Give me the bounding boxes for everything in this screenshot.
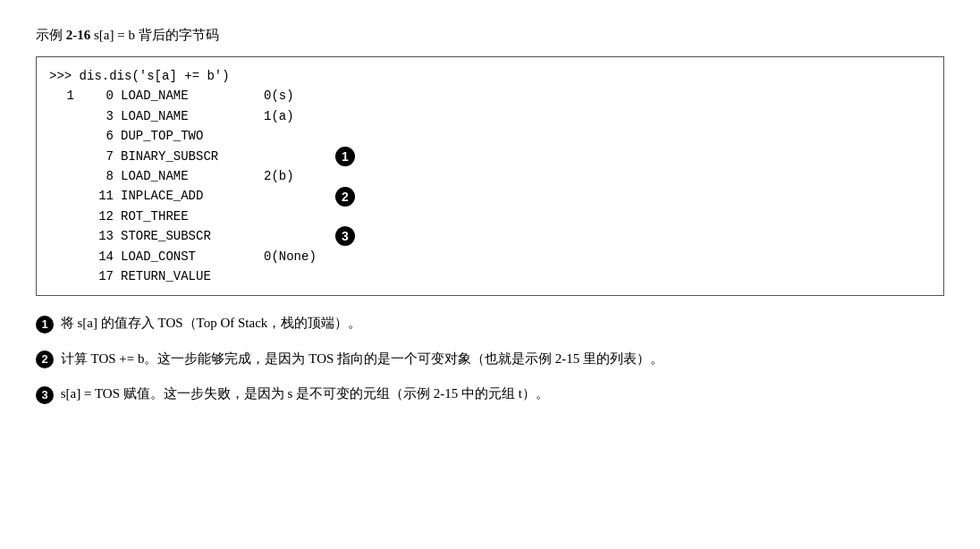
- offset: 14: [81, 247, 114, 266]
- line-number: 1: [49, 86, 74, 106]
- code-instruction: 11INPLACE_ADD2: [49, 186, 931, 206]
- offset: 12: [81, 207, 114, 226]
- opname: DUP_TOP_TWO: [121, 126, 264, 146]
- para-anno-badge: 3: [36, 386, 54, 404]
- code-instruction: 12ROT_THREE: [49, 207, 931, 226]
- code-instruction: 14LOAD_CONST0(None): [49, 247, 931, 266]
- title-text: s[a] = b 背后的字节码: [94, 28, 219, 42]
- offset: 11: [81, 186, 114, 206]
- code-instruction: 8LOAD_NAME2(b): [49, 166, 931, 186]
- instructions-list: 10LOAD_NAME0(s)3LOAD_NAME1(a)6DUP_TOP_TW…: [49, 86, 931, 286]
- para-text: 将 s[a] 的值存入 TOS（Top Of Stack，栈的顶端）。: [57, 316, 361, 330]
- offset: 0: [81, 86, 114, 106]
- annotation-badge: 2: [335, 187, 355, 207]
- offset: 13: [81, 226, 114, 246]
- offset: 6: [81, 126, 114, 146]
- annotation-badge: 3: [335, 226, 355, 246]
- prompt-text: >>> dis.dis('s[a] += b'): [49, 66, 230, 86]
- code-instruction: 7BINARY_SUBSCR1: [49, 147, 931, 166]
- oparg: 0(None): [264, 247, 335, 266]
- offset: 3: [81, 106, 114, 126]
- para-text: s[a] = TOS 赋值。这一步失败，是因为 s 是不可变的元组（示例 2-1…: [57, 386, 549, 401]
- oparg: 0(s): [264, 86, 335, 106]
- opname: LOAD_CONST: [121, 247, 264, 266]
- code-instruction: 17RETURN_VALUE: [49, 266, 931, 286]
- oparg: 1(a): [264, 106, 335, 126]
- offset: 7: [81, 147, 114, 166]
- section-title: 示例 2-16 s[a] = b 背后的字节码: [36, 27, 944, 44]
- para-anno-badge: 2: [36, 351, 54, 368]
- opname: BINARY_SUBSCR: [121, 147, 264, 166]
- opname: LOAD_NAME: [121, 166, 264, 186]
- title-prefix: 示例: [36, 28, 66, 42]
- code-instruction: 10LOAD_NAME0(s): [49, 86, 931, 106]
- offset: 8: [81, 166, 114, 186]
- opname: RETURN_VALUE: [121, 266, 264, 286]
- code-instruction: 3LOAD_NAME1(a): [49, 106, 931, 126]
- oparg: 2(b): [264, 166, 335, 186]
- annotation-paragraph: 1 将 s[a] 的值存入 TOS（Top Of Stack，栈的顶端）。: [36, 312, 944, 335]
- code-block: >>> dis.dis('s[a] += b') 10LOAD_NAME0(s)…: [36, 56, 944, 296]
- title-number: 2-16: [66, 28, 91, 42]
- page-container: 示例 2-16 s[a] = b 背后的字节码 >>> dis.dis('s[a…: [36, 27, 944, 406]
- code-prompt: >>> dis.dis('s[a] += b'): [49, 66, 931, 86]
- opname: INPLACE_ADD: [121, 186, 264, 206]
- opname: LOAD_NAME: [121, 86, 264, 106]
- para-anno-badge: 1: [36, 316, 54, 334]
- opname: LOAD_NAME: [121, 106, 264, 126]
- annotation-badge: 1: [335, 147, 355, 166]
- offset: 17: [81, 266, 114, 286]
- paragraphs-container: 1 将 s[a] 的值存入 TOS（Top Of Stack，栈的顶端）。2 计…: [36, 312, 944, 406]
- para-text: 计算 TOS += b。这一步能够完成，是因为 TOS 指向的是一个可变对象（也…: [57, 351, 663, 366]
- code-instruction: 13STORE_SUBSCR3: [49, 226, 931, 246]
- code-instruction: 6DUP_TOP_TWO: [49, 126, 931, 146]
- annotation-paragraph: 3 s[a] = TOS 赋值。这一步失败，是因为 s 是不可变的元组（示例 2…: [36, 383, 944, 406]
- opname: ROT_THREE: [121, 207, 264, 226]
- opname: STORE_SUBSCR: [121, 226, 264, 246]
- annotation-paragraph: 2 计算 TOS += b。这一步能够完成，是因为 TOS 指向的是一个可变对象…: [36, 348, 944, 371]
